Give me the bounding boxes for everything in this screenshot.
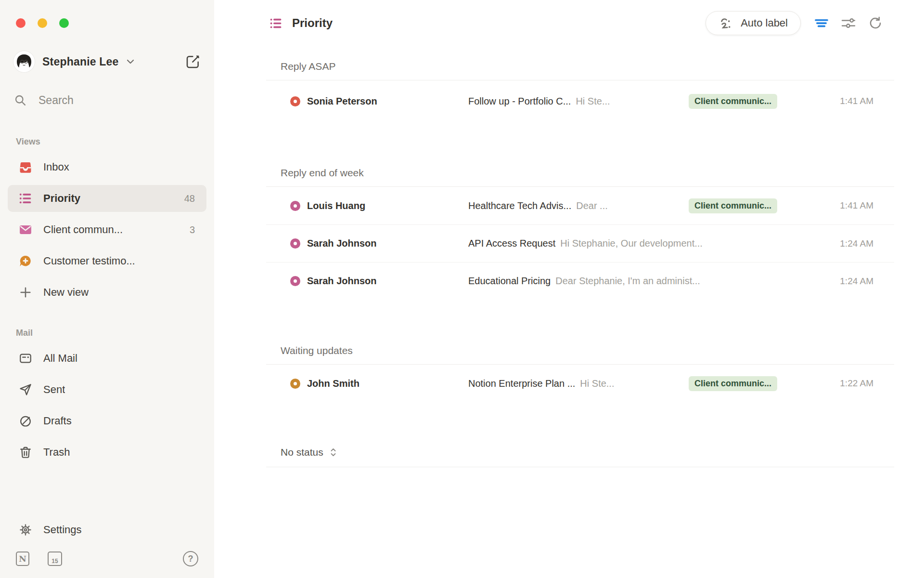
label-chip[interactable]: Client communic...	[689, 376, 777, 391]
email-time: 1:24 AM	[777, 238, 873, 249]
sidebar-item-label: Priority	[43, 192, 80, 205]
status-dot	[290, 96, 300, 106]
email-sender: Sonia Peterson	[307, 96, 468, 107]
unread-count-badge: 48	[184, 193, 195, 204]
gear-icon	[18, 523, 33, 537]
account-name: Stephanie Lee	[42, 55, 119, 68]
sidebar-item-all-mail[interactable]: All Mail	[8, 345, 206, 372]
sidebar-item-new-view[interactable]: New view	[8, 279, 206, 306]
refresh-icon[interactable]	[865, 13, 886, 33]
sort-chevrons-icon	[329, 447, 337, 457]
email-subject: API Access Request	[468, 238, 555, 249]
section-title: Waiting updates	[266, 330, 894, 364]
sidebar-item-label: Settings	[43, 524, 82, 536]
view-header: Priority Auto label	[214, 0, 924, 46]
email-sender: Sarah Johnson	[307, 276, 468, 287]
status-dot	[290, 379, 300, 389]
email-sender: Louis Huang	[307, 200, 468, 211]
email-row[interactable]: Louis Huang Healthcare Tech Advis... Dea…	[266, 187, 894, 224]
sidebar-item-priority[interactable]: Priority 48	[8, 185, 206, 212]
inbox-icon	[18, 160, 33, 174]
email-snippet: Hi Stephanie, Our development...	[560, 238, 777, 249]
notion-logo-icon[interactable]: N	[16, 552, 29, 566]
section-reply-end-of-week: Reply end of week Louis Huang Healthcare…	[266, 153, 894, 300]
calendar-icon[interactable]: 15	[48, 552, 62, 566]
mail-section-label: Mail	[0, 328, 214, 338]
minimize-window-button[interactable]	[38, 18, 47, 28]
priority-list-icon	[18, 191, 33, 206]
auto-label-face-icon	[719, 15, 734, 31]
section-title: No status	[281, 447, 323, 458]
email-snippet: Hi Ste...	[580, 378, 683, 389]
email-subject: Educational Pricing	[468, 276, 551, 287]
sidebar-item-drafts[interactable]: Drafts	[8, 407, 206, 434]
section-gap	[266, 402, 894, 433]
email-time: 1:24 AM	[777, 276, 873, 287]
sidebar-item-label: Client commun...	[43, 223, 123, 236]
all-mail-icon	[18, 351, 33, 366]
sidebar-item-trash[interactable]: Trash	[8, 439, 206, 466]
main-panel: Priority Auto label	[214, 0, 924, 467]
email-subject: Notion Enterprise Plan ...	[468, 378, 575, 389]
section-title: Reply ASAP	[266, 46, 894, 80]
section-title: Reply end of week	[266, 153, 894, 186]
account-switcher[interactable]: Stephanie Lee	[13, 48, 201, 75]
trash-icon	[18, 445, 33, 460]
no-status-toggle[interactable]: No status	[266, 433, 894, 467]
auto-label-button-label: Auto label	[741, 17, 788, 29]
email-time: 1:41 AM	[777, 200, 873, 211]
send-icon	[18, 382, 33, 397]
help-icon[interactable]: ?	[183, 551, 198, 566]
sidebar-item-inbox[interactable]: Inbox	[8, 154, 206, 181]
sidebar-item-customer-testimonials[interactable]: Customer testimo...	[8, 248, 206, 275]
plus-icon	[18, 285, 33, 300]
section-gap	[266, 122, 894, 153]
zoom-window-button[interactable]	[59, 18, 69, 28]
sidebar-item-client-communication[interactable]: Client commun... 3	[8, 216, 206, 243]
email-time: 1:41 AM	[777, 96, 873, 106]
search-icon	[13, 93, 27, 107]
envelope-icon	[18, 223, 33, 237]
label-chip[interactable]: Client communic...	[689, 198, 777, 213]
email-row[interactable]: Sonia Peterson Follow up - Portfolio C..…	[266, 80, 894, 122]
sliders-icon[interactable]	[838, 13, 859, 33]
email-snippet: Dear ...	[576, 200, 683, 211]
email-snippet: Dear Stephanie, I'm an administ...	[555, 276, 777, 287]
sidebar-item-label: Drafts	[43, 415, 72, 427]
chevron-down-icon	[126, 57, 135, 66]
sidebar-item-sent[interactable]: Sent	[8, 376, 206, 403]
sidebar-item-label: Sent	[43, 383, 65, 396]
avatar	[13, 51, 35, 72]
window-controls	[0, 0, 214, 28]
filter-icon[interactable]	[811, 13, 832, 33]
email-list: Reply ASAP Sonia Peterson Follow up - Po…	[266, 46, 894, 467]
email-row[interactable]: John Smith Notion Enterprise Plan ... Hi…	[266, 365, 894, 402]
search-input[interactable]: Search	[13, 88, 201, 113]
sidebar-item-label: New view	[43, 286, 89, 299]
sidebar-item-label: Trash	[43, 446, 70, 459]
sidebar-item-label: All Mail	[43, 352, 77, 365]
chat-plus-icon	[18, 254, 33, 268]
status-dot	[290, 238, 300, 249]
priority-list-icon	[270, 17, 282, 30]
sidebar: Stephanie Lee Search Views Inbox	[0, 0, 214, 578]
email-row[interactable]: Sarah Johnson API Access Request Hi Step…	[266, 224, 894, 262]
sidebar-item-settings[interactable]: Settings	[8, 516, 206, 543]
divider	[266, 467, 894, 467]
email-row[interactable]: Sarah Johnson Educational Pricing Dear S…	[266, 262, 894, 300]
close-window-button[interactable]	[16, 18, 26, 28]
auto-label-button[interactable]: Auto label	[706, 11, 801, 35]
sidebar-item-label: Customer testimo...	[43, 255, 135, 267]
compose-button[interactable]	[185, 54, 201, 69]
search-placeholder: Search	[38, 94, 74, 107]
label-chip[interactable]: Client communic...	[689, 94, 777, 109]
drafts-icon	[18, 414, 33, 428]
email-snippet: Hi Ste...	[576, 96, 683, 107]
email-sender: John Smith	[307, 378, 468, 389]
email-subject: Follow up - Portfolio C...	[468, 96, 571, 107]
email-sender: Sarah Johnson	[307, 238, 468, 249]
section-waiting-updates: Waiting updates John Smith Notion Enterp…	[266, 330, 894, 402]
email-time: 1:22 AM	[777, 378, 873, 389]
unread-count-badge: 3	[190, 224, 195, 236]
status-dot	[290, 201, 300, 211]
